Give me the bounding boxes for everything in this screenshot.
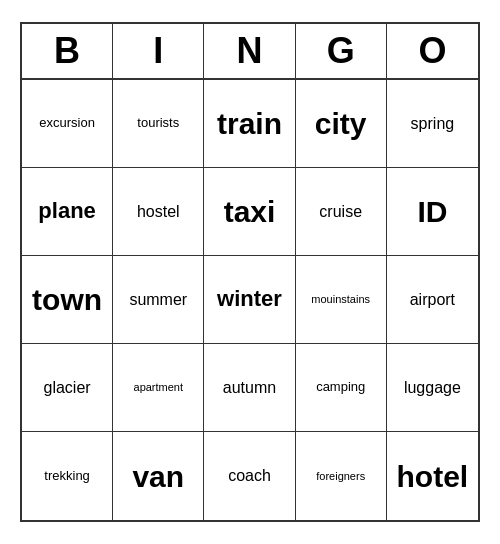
bingo-cell: spring <box>387 80 478 168</box>
header-letter: G <box>296 24 387 78</box>
cell-text: airport <box>410 291 455 309</box>
cell-text: van <box>132 460 184 493</box>
bingo-cell: town <box>22 256 113 344</box>
bingo-card: BINGO excursiontouriststraincityspringpl… <box>20 22 480 522</box>
header-letter: O <box>387 24 478 78</box>
bingo-header: BINGO <box>22 24 478 80</box>
bingo-cell: train <box>204 80 295 168</box>
bingo-cell: hostel <box>113 168 204 256</box>
cell-text: spring <box>411 115 455 133</box>
cell-text: city <box>315 107 367 140</box>
cell-text: glacier <box>44 379 91 397</box>
bingo-cell: taxi <box>204 168 295 256</box>
bingo-cell: luggage <box>387 344 478 432</box>
cell-text: town <box>32 283 102 316</box>
bingo-cell: excursion <box>22 80 113 168</box>
bingo-cell: apartment <box>113 344 204 432</box>
bingo-cell: summer <box>113 256 204 344</box>
bingo-cell: plane <box>22 168 113 256</box>
bingo-cell: cruise <box>296 168 387 256</box>
cell-text: autumn <box>223 379 276 397</box>
bingo-cell: camping <box>296 344 387 432</box>
cell-text: camping <box>316 380 365 394</box>
cell-text: plane <box>38 199 95 223</box>
cell-text: hostel <box>137 203 180 221</box>
cell-text: trekking <box>44 469 90 483</box>
bingo-cell: tourists <box>113 80 204 168</box>
bingo-cell: van <box>113 432 204 520</box>
header-letter: N <box>204 24 295 78</box>
bingo-cell: winter <box>204 256 295 344</box>
header-letter: I <box>113 24 204 78</box>
cell-text: cruise <box>319 203 362 221</box>
bingo-cell: autumn <box>204 344 295 432</box>
cell-text: hotel <box>397 460 469 493</box>
header-letter: B <box>22 24 113 78</box>
cell-text: luggage <box>404 379 461 397</box>
bingo-cell: trekking <box>22 432 113 520</box>
bingo-cell: foreigners <box>296 432 387 520</box>
bingo-cell: airport <box>387 256 478 344</box>
cell-text: taxi <box>224 195 276 228</box>
bingo-cell: city <box>296 80 387 168</box>
bingo-cell: mouinstains <box>296 256 387 344</box>
cell-text: apartment <box>134 381 184 393</box>
bingo-grid: excursiontouriststraincityspringplanehos… <box>22 80 478 520</box>
cell-text: tourists <box>137 116 179 130</box>
cell-text: excursion <box>39 116 95 130</box>
cell-text: summer <box>129 291 187 309</box>
bingo-cell: ID <box>387 168 478 256</box>
bingo-cell: coach <box>204 432 295 520</box>
cell-text: mouinstains <box>311 293 370 305</box>
cell-text: coach <box>228 467 271 485</box>
cell-text: winter <box>217 287 282 311</box>
cell-text: train <box>217 107 282 140</box>
cell-text: foreigners <box>316 470 365 482</box>
cell-text: ID <box>417 195 447 228</box>
bingo-cell: hotel <box>387 432 478 520</box>
bingo-cell: glacier <box>22 344 113 432</box>
